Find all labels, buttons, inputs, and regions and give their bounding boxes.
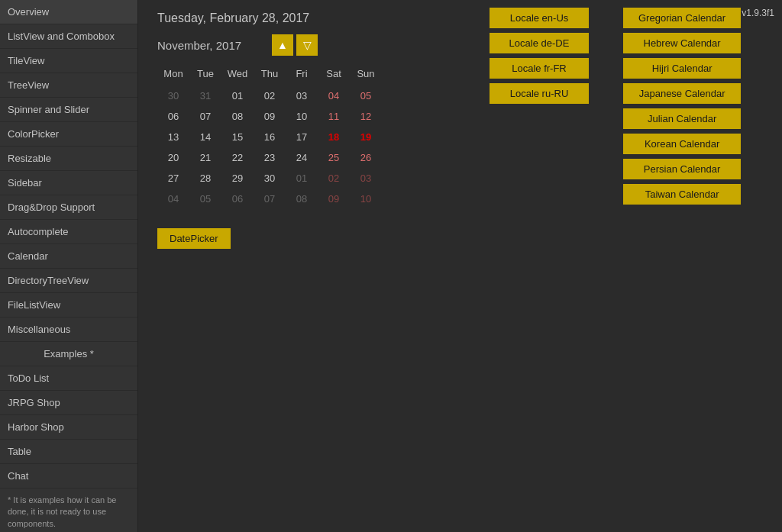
sidebar-item[interactable]: TreeView <box>0 73 137 98</box>
calendar-cell[interactable]: 05 <box>189 189 221 209</box>
sidebar-item[interactable]: Miscellaneous <box>0 318 137 342</box>
calendar-type-button[interactable]: Persian Calendar <box>623 159 741 179</box>
calendar-cell[interactable]: 16 <box>254 127 286 147</box>
nav-down-button[interactable]: ▽ <box>296 34 318 56</box>
calendar-cell[interactable]: 17 <box>286 127 318 147</box>
calendar-cell[interactable]: 01 <box>221 85 254 106</box>
calendar-cell[interactable]: 07 <box>254 189 286 209</box>
calendar-cell[interactable]: 23 <box>254 147 286 168</box>
main-content: v1.9.3f1 Tuesday, February 28, 2017 Nove… <box>138 0 782 532</box>
sidebar-item[interactable]: Drag&Drop Support <box>0 195 137 220</box>
calendar-header-cell: Sat <box>318 65 350 82</box>
calendar-header-cell: Tue <box>189 65 221 82</box>
calendar-cell[interactable]: 14 <box>189 127 221 147</box>
calendar-type-button[interactable]: Hebrew Calendar <box>623 33 741 53</box>
calendar-header-cell: Thu <box>254 65 286 82</box>
calendar-cell[interactable]: 02 <box>254 85 286 106</box>
calendar-cell[interactable]: 09 <box>318 189 350 209</box>
calendar-cell[interactable]: 12 <box>350 106 382 127</box>
calendar-cell[interactable]: 03 <box>350 168 382 189</box>
calendar-cell[interactable]: 20 <box>157 147 189 168</box>
calendar-cell[interactable]: 06 <box>157 106 189 127</box>
sidebar-item[interactable]: Overview <box>0 0 137 24</box>
datepicker-button[interactable]: DatePicker <box>157 228 231 249</box>
calendar-cell[interactable]: 21 <box>189 147 221 168</box>
calendar-cell[interactable]: 02 <box>318 168 350 189</box>
calendar-cell[interactable]: 07 <box>189 106 221 127</box>
locale-button[interactable]: Locale en-Us <box>490 8 589 28</box>
sidebar-item[interactable]: Spinner and Slider <box>0 98 137 122</box>
calendar-cell[interactable]: 05 <box>350 85 382 106</box>
sidebar-example-item[interactable]: Harbor Shop <box>0 415 137 440</box>
calendar-header-cell: Sun <box>350 65 382 82</box>
calendar-type-button[interactable]: Gregorian Calendar <box>623 8 741 28</box>
calendar-type-button[interactable]: Hijri Calendar <box>623 58 741 79</box>
sidebar-item[interactable]: Calendar <box>0 244 137 269</box>
calendar-cell[interactable]: 13 <box>157 127 189 147</box>
calendar-cell[interactable]: 15 <box>221 127 254 147</box>
calendar-cell[interactable]: 31 <box>189 85 221 106</box>
sidebar: OverviewListView and ComboboxTileViewTre… <box>0 0 138 532</box>
calendar-cell[interactable]: 24 <box>286 147 318 168</box>
calendar-cell[interactable]: 03 <box>286 85 318 106</box>
calendar-cell[interactable]: 26 <box>350 147 382 168</box>
calendar-type-button[interactable]: Japanese Calendar <box>623 83 741 104</box>
calendar-cell[interactable]: 29 <box>221 168 254 189</box>
nav-up-button[interactable]: ▲ <box>272 34 293 56</box>
examples-section-label: Examples * <box>0 342 137 366</box>
locale-button[interactable]: Locale ru-RU <box>490 83 589 104</box>
calendar-cell[interactable]: 08 <box>221 106 254 127</box>
calendar-type-section: Gregorian CalendarHebrew CalendarHijri C… <box>623 8 741 205</box>
calendar-type-button[interactable]: Taiwan Calendar <box>623 184 741 205</box>
calendar-cell[interactable]: 30 <box>254 168 286 189</box>
calendar-cell[interactable]: 22 <box>221 147 254 168</box>
sidebar-item[interactable]: Autocomplete <box>0 220 137 244</box>
sidebar-item[interactable]: ListView and Combobox <box>0 24 137 49</box>
calendar-header-cell: Fri <box>286 65 318 82</box>
version-label: v1.9.3f1 <box>742 8 774 18</box>
locale-button[interactable]: Locale de-DE <box>490 33 589 53</box>
calendar-cell[interactable]: 08 <box>286 189 318 209</box>
calendar-cell[interactable]: 11 <box>318 106 350 127</box>
sidebar-item[interactable]: DirectoryTreeView <box>0 269 137 293</box>
locale-section: Locale en-UsLocale de-DELocale fr-FRLoca… <box>490 8 589 104</box>
calendar-cell[interactable]: 19 <box>350 127 382 147</box>
sidebar-item[interactable]: TileView <box>0 49 137 73</box>
calendar-header-cell: Wed <box>221 65 254 82</box>
sidebar-example-item[interactable]: ToDo List <box>0 366 137 391</box>
calendar-header-cell: Mon <box>157 65 189 82</box>
calendar-cell[interactable]: 28 <box>189 168 221 189</box>
calendar-cell[interactable]: 30 <box>157 85 189 106</box>
sidebar-example-item[interactable]: Chat <box>0 464 137 488</box>
calendar-type-button[interactable]: Korean Calendar <box>623 134 741 154</box>
calendar-cell[interactable]: 27 <box>157 168 189 189</box>
sidebar-item[interactable]: Sidebar <box>0 171 137 195</box>
calendar-cell[interactable]: 06 <box>221 189 254 209</box>
calendar-type-button[interactable]: Julian Calendar <box>623 108 741 129</box>
sidebar-item[interactable]: Resizable <box>0 147 137 171</box>
calendar-cell[interactable]: 18 <box>318 127 350 147</box>
calendar-cell[interactable]: 10 <box>350 189 382 209</box>
sidebar-example-item[interactable]: JRPG Shop <box>0 391 137 415</box>
calendar-cell[interactable]: 25 <box>318 147 350 168</box>
calendar-cell[interactable]: 01 <box>286 168 318 189</box>
sidebar-item[interactable]: ColorPicker <box>0 122 137 147</box>
sidebar-footer-note: * It is examples how it can be done, it … <box>0 488 137 532</box>
sidebar-item[interactable]: FileListView <box>0 293 137 318</box>
month-label: November, 2017 <box>157 39 264 52</box>
calendar-cell[interactable]: 09 <box>254 106 286 127</box>
locale-button[interactable]: Locale fr-FR <box>490 58 589 79</box>
sidebar-example-item[interactable]: Table <box>0 440 137 464</box>
calendar-cell[interactable]: 04 <box>318 85 350 106</box>
calendar-cell[interactable]: 04 <box>157 189 189 209</box>
calendar-cell[interactable]: 10 <box>286 106 318 127</box>
